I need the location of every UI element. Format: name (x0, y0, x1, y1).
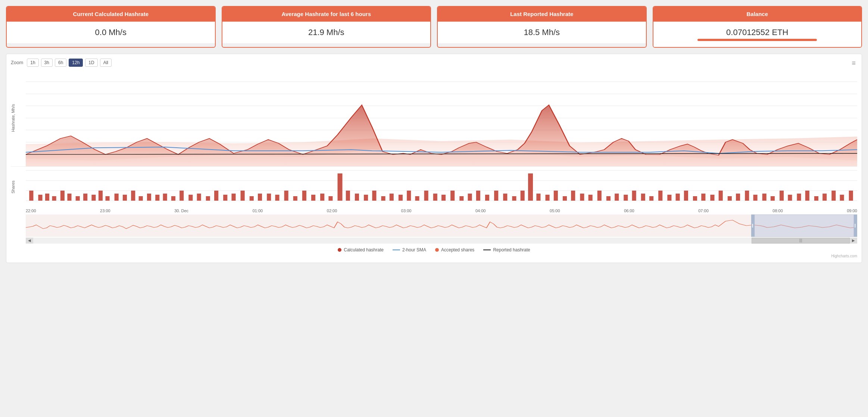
svg-rect-120 (831, 191, 836, 201)
svg-rect-99 (649, 196, 653, 201)
svg-rect-54 (258, 194, 262, 201)
svg-rect-88 (554, 191, 558, 201)
svg-rect-61 (302, 191, 306, 201)
main-chart-container: Zoom 1h 3h 6h 12h 1D All ≡ Hashrate, Mh/… (6, 54, 862, 263)
scroll-right-arrow[interactable]: ▶ (850, 238, 857, 244)
svg-rect-35 (99, 191, 103, 201)
svg-rect-78 (468, 194, 472, 201)
balance-card: Balance 0.07012552 ETH (653, 6, 862, 48)
svg-rect-70 (399, 195, 403, 201)
svg-rect-103 (684, 191, 688, 201)
zoom-3h[interactable]: 3h (41, 59, 53, 67)
navigator[interactable] (26, 214, 857, 237)
svg-rect-109 (736, 194, 740, 201)
svg-rect-50 (223, 195, 227, 201)
svg-rect-72 (415, 196, 419, 201)
svg-rect-77 (459, 196, 463, 201)
svg-rect-29 (52, 196, 56, 201)
svg-rect-41 (147, 194, 151, 201)
svg-rect-85 (521, 191, 525, 201)
highcharts-credit: Highcharts.com (11, 254, 857, 258)
scroll-left-arrow[interactable]: ◀ (26, 238, 33, 244)
svg-rect-113 (771, 196, 775, 201)
svg-rect-28 (45, 194, 49, 201)
svg-rect-94 (606, 196, 611, 201)
legend-calculated-hashrate: Calculated hashrate (338, 247, 384, 253)
svg-rect-65 (355, 194, 359, 201)
svg-rect-89 (563, 196, 567, 201)
svg-rect-51 (231, 194, 235, 201)
svg-rect-62 (311, 195, 315, 201)
scrollbar[interactable]: ◀ ||| ▶ (26, 238, 857, 244)
zoom-all[interactable]: All (100, 59, 112, 67)
svg-rect-37 (115, 194, 119, 201)
svg-rect-84 (512, 196, 516, 201)
svg-rect-100 (658, 191, 662, 201)
calculated-hashrate-legend-label: Calculated hashrate (344, 247, 384, 253)
zoom-1d[interactable]: 1D (85, 59, 97, 67)
svg-rect-31 (67, 194, 71, 201)
svg-rect-119 (822, 194, 827, 201)
zoom-1h[interactable]: 1h (27, 59, 38, 67)
svg-rect-27 (38, 195, 42, 201)
svg-rect-39 (131, 191, 135, 201)
svg-rect-73 (424, 191, 428, 201)
average-hashrate-value: 21.9 Mh/s (222, 22, 431, 43)
reported-hashrate-legend-icon (483, 250, 491, 250)
svg-rect-26 (29, 191, 33, 201)
chart-area: Hashrate, Mh/s 80 70 60 50 4 (11, 70, 857, 244)
svg-rect-96 (624, 195, 628, 201)
svg-marker-16 (26, 105, 857, 166)
svg-rect-83 (503, 194, 507, 201)
svg-rect-104 (693, 196, 697, 201)
svg-rect-44 (171, 196, 175, 201)
svg-rect-40 (139, 196, 143, 201)
legend-reported-hashrate: Reported hashrate (483, 247, 530, 253)
balance-value: 0.07012552 ETH (653, 22, 862, 47)
current-hashrate-value: 0.0 Mh/s (7, 22, 215, 43)
hashrate-chart-inner: 80 70 60 50 40 30 20 10 (26, 70, 857, 166)
svg-rect-82 (494, 191, 498, 201)
chart-legend: Calculated hashrate 2-hour SMA Accepted … (11, 247, 857, 253)
hashrate-chart: Hashrate, Mh/s 80 70 60 50 4 (11, 70, 857, 167)
average-hashrate-title: Average Hashrate for last 6 hours (222, 7, 431, 22)
svg-rect-69 (390, 194, 394, 201)
svg-rect-80 (476, 191, 480, 201)
zoom-6h[interactable]: 6h (55, 59, 66, 67)
scrollbar-track[interactable]: ||| (33, 238, 850, 244)
svg-rect-106 (710, 195, 714, 201)
svg-rect-57 (267, 194, 271, 201)
shares-chart: Shares 10 7.5 5 2.5 (11, 167, 857, 208)
last-reported-title: Last Reported Hashrate (438, 7, 646, 22)
svg-rect-114 (780, 191, 784, 201)
svg-rect-76 (450, 191, 455, 201)
svg-rect-102 (676, 194, 680, 201)
zoom-12h[interactable]: 12h (69, 59, 83, 67)
x-axis-labels: 22:00 23:00 30. Dec 01:00 02:00 03:00 04… (26, 208, 857, 213)
svg-rect-68 (381, 196, 385, 201)
svg-rect-34 (91, 195, 96, 201)
svg-rect-115 (788, 195, 792, 201)
svg-rect-59 (284, 191, 288, 201)
svg-rect-108 (728, 196, 732, 201)
svg-rect-81 (485, 195, 489, 201)
svg-rect-110 (745, 191, 749, 201)
svg-rect-90 (571, 191, 575, 201)
svg-rect-98 (641, 194, 645, 201)
svg-rect-32 (76, 196, 80, 201)
svg-rect-95 (615, 194, 619, 201)
balance-bar (697, 39, 817, 41)
sma-legend-icon (393, 250, 400, 250)
svg-rect-107 (719, 191, 723, 201)
svg-rect-52 (241, 191, 245, 201)
svg-rect-64 (328, 196, 332, 201)
svg-rect-112 (762, 194, 766, 201)
zoom-controls: Zoom 1h 3h 6h 12h 1D All (11, 59, 857, 67)
svg-rect-117 (805, 191, 809, 201)
chart-menu-icon[interactable]: ≡ (852, 59, 856, 67)
svg-rect-55 (338, 173, 343, 201)
svg-rect-74 (433, 194, 437, 201)
svg-rect-121 (840, 195, 844, 201)
scrollbar-thumb[interactable]: ||| (752, 238, 850, 244)
svg-rect-79 (528, 173, 533, 201)
